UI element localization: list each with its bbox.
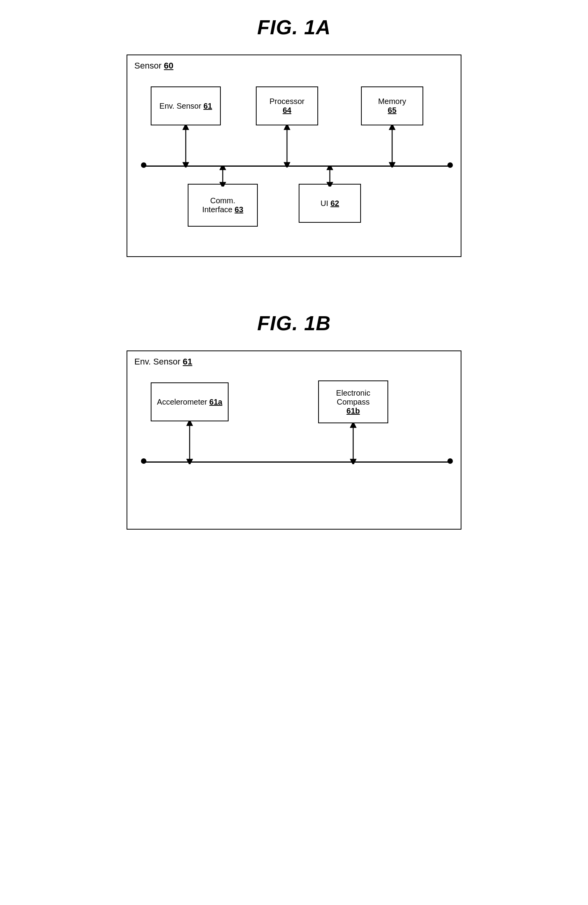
ui-box: UI 62 <box>299 184 361 223</box>
ecompass-box: ElectronicCompass61b <box>318 380 388 423</box>
bus-dot-left-1a <box>141 162 146 168</box>
env-sensor-outer-label: Env. Sensor 61 <box>134 357 192 367</box>
arrow-ecompass <box>349 423 358 464</box>
arrow-comm-interface <box>218 166 227 187</box>
arrow-accelerometer <box>185 421 194 464</box>
arrow-memory <box>387 125 397 167</box>
bus-dot-right-1a <box>447 162 453 168</box>
arrow-processor <box>282 125 292 167</box>
fig1a-title: FIG. 1A <box>257 16 331 39</box>
memory-box: Memory65 <box>361 86 423 125</box>
fig1b-diagram: Env. Sensor 61 Accelerometer 61a Electro… <box>127 350 461 530</box>
bus-dot-right-1b <box>447 458 453 464</box>
arrow-ui <box>325 166 334 187</box>
fig1a-section: FIG. 1A Sensor 60 Env. Sensor 61 Process… <box>0 16 588 288</box>
processor-box: Processor64 <box>256 86 318 125</box>
arrow-env-sensor <box>181 125 190 167</box>
comm-interface-box: Comm.Interface 63 <box>188 184 258 227</box>
fig1b-section: FIG. 1B Env. Sensor 61 Accelerometer 61a… <box>0 312 588 530</box>
sensor-outer-label: Sensor 60 <box>134 61 173 71</box>
fig1b-title: FIG. 1B <box>257 312 331 335</box>
accelerometer-box: Accelerometer 61a <box>151 382 229 421</box>
fig1a-diagram: Sensor 60 Env. Sensor 61 Processor64 Mem… <box>127 55 461 257</box>
bus-dot-left-1b <box>141 458 146 464</box>
env-sensor-box: Env. Sensor 61 <box>151 86 221 125</box>
